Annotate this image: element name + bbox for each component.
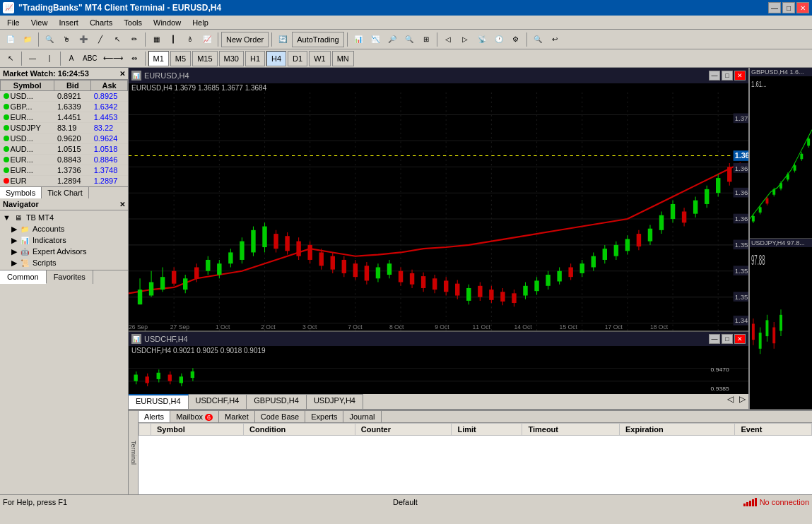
tab-favorites[interactable]: Favorites [47,270,93,284]
tf-m1[interactable]: M1 [148,51,169,66]
col-event-header[interactable]: Event [735,424,812,436]
menu-file[interactable]: File [1,17,25,28]
terminal-tab-codebase[interactable]: Code Base [255,411,305,422]
history-btn[interactable]: ↩ [547,32,563,47]
terminal-tab-journal[interactable]: Journal [343,411,381,422]
terminal-tab-experts[interactable]: Experts [305,411,343,422]
chart-tab-usdchf[interactable]: USDCHF,H4 [189,394,247,409]
new-order-btn[interactable]: New Order [221,32,269,47]
arrow-btn[interactable]: ↖ [110,32,125,47]
market-watch-row[interactable]: GBP... 1.6339 1.6342 [1,102,128,112]
chart-zoom2-btn[interactable]: 🔍 [401,32,417,47]
clock-btn[interactable]: 🕐 [491,32,507,47]
market-watch-row[interactable]: EUR... 1.3736 1.3748 [1,165,128,176]
tf-m5[interactable]: M5 [170,51,191,66]
menu-window[interactable]: Window [148,17,187,28]
chart-tab-right[interactable]: ▷ [736,394,748,409]
terminal-tab-mailbox[interactable]: Mailbox 6 [170,411,219,422]
market-watch-row[interactable]: EUR... 0.8843 0.8846 [1,155,128,165]
chart-tab-left[interactable]: ◁ [724,394,736,409]
tab-tick-chart[interactable]: Tick Chart [42,187,89,198]
market-watch-row[interactable]: AUD... 1.0515 1.0518 [1,144,128,155]
col-counter-header[interactable]: Counter [355,424,452,436]
nav-indicators[interactable]: ▶ 📊 Indicators [0,234,128,246]
chart-tab-eurusd[interactable]: EURUSD,H4 [129,394,189,409]
col-symbol-header[interactable]: Symbol [151,424,244,436]
line-chart-btn[interactable]: 📈 [199,32,215,47]
zoom-in-btn[interactable]: 🔍 [42,32,57,47]
chart-min-btn[interactable]: — [709,71,720,81]
maximize-button[interactable]: □ [782,2,795,13]
bar-btn[interactable]: ┃ [165,32,181,47]
tf-h4[interactable]: H4 [266,51,286,66]
new-chart-btn[interactable]: 📄 [3,32,18,47]
menu-view[interactable]: View [25,17,54,28]
col-delete[interactable] [139,424,151,436]
bottom-chart-min[interactable]: — [709,334,720,344]
chart-tab-usdjpy[interactable]: USDJPY,H4 [307,394,363,409]
nav-root[interactable]: ▼ 🖥 TB MT4 [0,212,128,223]
tf-mn[interactable]: MN [332,51,354,66]
side-chart-usdjpy[interactable]: USDJPY,H4 97.8... 97.88 [750,239,812,410]
cursor-btn[interactable]: ↖ [3,51,18,66]
chart-up-btn[interactable]: 📊 [351,32,366,47]
retracement-btn[interactable]: ⟵⟶ [101,51,125,66]
tab-common[interactable]: Common [0,270,47,284]
text-btn[interactable]: A [64,51,79,66]
nav-scripts[interactable]: ▶ 📜 Scripts [0,257,128,268]
terminal-tab-market[interactable]: Market [219,411,255,422]
auto-trading-icon[interactable]: 🔄 [275,32,290,47]
expand-btn[interactable]: ⇔ [126,51,142,66]
line-btn[interactable]: ╱ [93,32,108,47]
col-timeout-header[interactable]: Timeout [522,424,620,436]
nav-experts[interactable]: ▶ 🤖 Expert Advisors [0,246,128,257]
chart-grid-btn[interactable]: ⊞ [418,32,434,47]
open-btn[interactable]: 📁 [20,32,35,47]
menu-tools[interactable]: Tools [118,17,148,28]
chart-down-btn[interactable]: 📉 [367,32,383,47]
menu-help[interactable]: Help [187,17,214,28]
tf-d1[interactable]: D1 [288,51,307,66]
terminal-tab-alerts[interactable]: Alerts [139,411,170,422]
menu-charts[interactable]: Charts [84,17,118,28]
col-limit-header[interactable]: Limit [452,424,522,436]
abc-btn[interactable]: ABC [81,51,100,66]
menu-insert[interactable]: Insert [53,17,84,28]
navigator-close[interactable]: ✕ [119,201,125,208]
bottom-chart-max[interactable]: □ [722,334,733,344]
bottom-chart-canvas[interactable]: 0.9470 0.9385 [129,355,748,394]
col-condition-header[interactable]: Condition [244,424,355,436]
chart-zoom-btn[interactable]: 🔎 [384,32,400,47]
candle-btn[interactable]: 🕯 [182,32,198,47]
tf-m15[interactable]: M15 [192,51,217,66]
tf-h1[interactable]: H1 [245,51,265,66]
tf-m30[interactable]: M30 [219,51,244,66]
col-expiration-header[interactable]: Expiration [619,424,735,436]
market-watch-row[interactable]: EUR... 1.4451 1.4453 [1,112,128,123]
zoom-out-btn[interactable]: 🖱 [59,32,74,47]
hline-btn[interactable]: — [25,51,40,66]
market-watch-close[interactable]: ✕ [119,70,125,78]
nav-accounts[interactable]: ▶ 📁 Accounts [0,223,128,234]
tf-w1[interactable]: W1 [309,51,331,66]
close-button[interactable]: ✕ [796,2,809,13]
minimize-button[interactable]: — [768,2,781,13]
crosshair-btn[interactable]: ➕ [76,32,91,47]
search-btn[interactable]: 🔍 [530,32,546,47]
chart-tab-gbpusd[interactable]: GBPUSD,H4 [247,394,307,409]
main-chart-canvas[interactable]: 1.3705 1.3684 1.3675 1.3645 1.3615 [129,93,748,331]
pencil-btn[interactable]: ✏ [126,32,142,47]
chart-close-btn[interactable]: ✕ [734,71,746,81]
chart-type-btn[interactable]: ▦ [148,32,164,47]
auto-trading-btn[interactable]: AutoTrading [292,32,344,47]
bottom-chart-close[interactable]: ✕ [734,334,746,344]
chart-max-btn[interactable]: □ [722,71,733,81]
market-watch-row[interactable]: EUR 1.2894 1.2897 [1,176,128,186]
tab-symbols[interactable]: Symbols [0,187,42,198]
market-watch-row[interactable]: USD... 0.8921 0.8925 [1,91,128,102]
nav-left-btn[interactable]: ◁ [440,32,456,47]
signal-btn[interactable]: 📡 [474,32,490,47]
market-watch-row[interactable]: USD... 0.9620 0.9624 [1,133,128,144]
nav-right-btn[interactable]: ▷ [457,32,473,47]
side-chart-gbpusd[interactable]: GBPUSD,H4 1.6... [750,68,812,239]
